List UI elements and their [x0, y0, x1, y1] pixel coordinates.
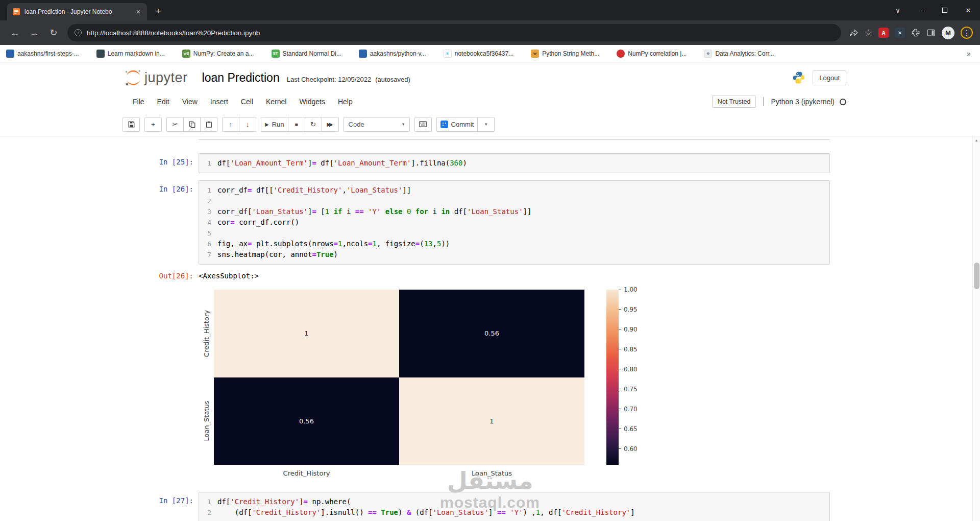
menu-items: FileEditViewInsertCellKernelWidgetsHelp — [129, 96, 361, 108]
menu-cell[interactable]: Cell — [237, 96, 257, 108]
restart-run-all-button[interactable]: ▶▶ — [322, 117, 339, 132]
bookmark-item[interactable]: STStandard Normal Di... — [272, 50, 341, 58]
site-info-icon[interactable]: i — [75, 29, 82, 36]
cell-code[interactable]: corr_df= df[['Credit_History','Loan_Stat… — [217, 185, 531, 260]
scrollbar-thumb[interactable] — [974, 263, 979, 289]
colorbar: 1.000.950.900.850.800.750.700.650.60 — [606, 290, 619, 465]
bookmark-item[interactable]: Learn markdown in... — [96, 50, 165, 58]
cell-code[interactable]: df['Loan_Amount_Term']= df['Loan_Amount_… — [217, 158, 467, 169]
copy-cell-button[interactable] — [183, 117, 201, 132]
notebook-title[interactable]: loan Prediction — [202, 71, 280, 85]
browser-menu-icon[interactable]: ⋮ — [961, 27, 973, 39]
x-extension-icon[interactable]: ✕ — [895, 28, 905, 38]
bookmark-item[interactable]: wPython String Meth... — [531, 50, 599, 58]
trust-status-button[interactable]: Not Trusted — [712, 96, 756, 108]
cell-type-dropdown[interactable]: Code ▾ — [344, 117, 410, 132]
clipped-cell-edge — [199, 139, 830, 140]
menu-kernel[interactable]: Kernel — [262, 96, 290, 108]
commit-dropdown-button[interactable]: ▾ — [477, 117, 495, 132]
x-axis-label: Loan_Status — [472, 469, 512, 477]
bookmark-item[interactable]: w3NumPy: Create an a... — [182, 50, 254, 58]
code-line — [217, 196, 531, 206]
cell-input[interactable]: 1 df['Loan_Amount_Term']= df['Loan_Amoun… — [199, 153, 830, 173]
scrollbar-up-icon[interactable]: ▲ — [973, 136, 980, 144]
play-icon: ▶ — [265, 122, 269, 127]
logout-button[interactable]: Logout — [813, 70, 846, 85]
menu-insert[interactable]: Insert — [206, 96, 232, 108]
bookmark-item[interactable]: ◆Data Analytics: Corr... — [704, 50, 774, 58]
cell-input[interactable]: 12 df['Credit_History']= np.where( (df['… — [199, 492, 830, 521]
commit-button[interactable]: Commit — [436, 117, 478, 132]
restart-kernel-button[interactable]: ↻ — [305, 117, 322, 132]
profile-avatar[interactable]: M — [942, 27, 954, 39]
share-icon[interactable] — [849, 28, 859, 37]
bookmarks-bar: aakashns/first-steps-...Learn markdown i… — [0, 45, 980, 62]
code-cell[interactable]: In [27]: 12 df['Credit_History']= np.whe… — [150, 492, 830, 521]
notebook-area: In [25]: 1 df['Loan_Amount_Term']= df['L… — [0, 136, 980, 521]
scrollbar[interactable]: ▲ — [972, 136, 980, 521]
add-cell-button[interactable]: + — [144, 117, 162, 132]
bookmark-favicon: ◆ — [704, 50, 712, 58]
menu-divider — [763, 97, 764, 106]
browser-navbar: ← → ↻ i http://localhost:8888/notebooks/… — [0, 20, 980, 45]
side-panel-icon[interactable] — [926, 28, 936, 37]
code-cell[interactable]: In [26]: 1234567 corr_df= df[['Credit_Hi… — [150, 180, 830, 265]
browser-tab[interactable]: loan Prediction - Jupyter Notebo × — [7, 3, 147, 20]
run-button[interactable]: ▶Run — [261, 117, 288, 132]
jupyter-logo[interactable]: jupyter — [124, 68, 188, 87]
move-cell-up-button[interactable]: ↑ — [222, 117, 239, 132]
line-number: 3 — [202, 206, 211, 217]
cut-cell-button[interactable]: ✂ — [166, 117, 184, 132]
address-bar[interactable]: i http://localhost:8888/notebooks/loan%2… — [67, 24, 841, 41]
adobe-extension-icon[interactable]: A — [878, 28, 889, 38]
extensions-puzzle-icon[interactable] — [911, 28, 920, 37]
chevron-down-icon: ▾ — [402, 122, 405, 127]
menu-file[interactable]: File — [129, 96, 149, 108]
output-figure-row: Credit_HistoryLoan_Status 10.560.561 Cre… — [150, 290, 830, 483]
python-logo-icon — [792, 71, 805, 84]
bookmark-item[interactable]: aakashns/python-v... — [359, 50, 426, 58]
close-button[interactable]: ✕ — [957, 0, 980, 20]
tab-search-icon[interactable]: ∨ — [886, 0, 910, 20]
minimize-button[interactable]: – — [910, 0, 933, 20]
chevron-down-icon: ▾ — [485, 122, 487, 127]
colorbar-tick: 0.90 — [619, 326, 638, 333]
bookmark-item[interactable]: knotebookca5f36437... — [444, 50, 513, 58]
line-numbers: 12 — [202, 496, 217, 518]
cell-code[interactable]: df['Credit_History']= np.where( (df['Cre… — [217, 496, 635, 518]
heatmap-cell: 0.56 — [214, 377, 399, 465]
new-tab-button[interactable]: + — [151, 5, 165, 19]
menu-edit[interactable]: Edit — [153, 96, 174, 108]
bookmarks-overflow-icon[interactable]: » — [964, 49, 974, 58]
colorbar-tick: 1.00 — [619, 286, 638, 293]
menu-widgets[interactable]: Widgets — [295, 96, 329, 108]
bookmark-label: notebookca5f36437... — [455, 50, 513, 57]
code-line: fig, ax= plt.subplots(nrows=1,ncols=1, f… — [217, 239, 531, 249]
heatmap-cell: 1 — [214, 290, 399, 377]
paste-cell-button[interactable] — [200, 117, 217, 132]
bookmark-item[interactable]: aakashns/first-steps-... — [6, 50, 79, 58]
reload-button[interactable]: ↻ — [45, 25, 62, 41]
kernel-status-icon — [840, 99, 846, 105]
save-button[interactable] — [122, 117, 140, 132]
bookmark-label: Learn markdown in... — [108, 50, 165, 57]
cell-prompt: In [27]: — [150, 492, 199, 521]
notebook-toolbar: + ✂ ↑ ↓ ▶Run ■ ↻ ▶▶ Code — [0, 112, 980, 136]
heatmap-figure: Credit_HistoryLoan_Status 10.560.561 Cre… — [199, 290, 658, 483]
menu-view[interactable]: View — [178, 96, 202, 108]
cell-input[interactable]: 1234567 corr_df= df[['Credit_History','L… — [199, 180, 830, 265]
bookmark-star-icon[interactable]: ☆ — [865, 28, 872, 38]
heatmap-grid: 10.560.561 — [214, 290, 584, 465]
command-palette-button[interactable] — [414, 117, 432, 132]
code-line: sns.heatmap(cor, annot=True) — [217, 249, 531, 260]
menu-help[interactable]: Help — [334, 96, 357, 108]
code-line: corr_df['Loan_Status']= [1 if i == 'Y' e… — [217, 206, 531, 217]
forward-button[interactable]: → — [26, 25, 42, 41]
back-button[interactable]: ← — [7, 25, 23, 41]
bookmark-item[interactable]: NumPy correlation |... — [617, 50, 687, 58]
code-cell[interactable]: In [25]: 1 df['Loan_Amount_Term']= df['L… — [150, 153, 830, 173]
move-cell-down-button[interactable]: ↓ — [239, 117, 256, 132]
tab-close-icon[interactable]: × — [134, 7, 143, 16]
maximize-button[interactable] — [933, 0, 957, 20]
interrupt-kernel-button[interactable]: ■ — [288, 117, 305, 132]
